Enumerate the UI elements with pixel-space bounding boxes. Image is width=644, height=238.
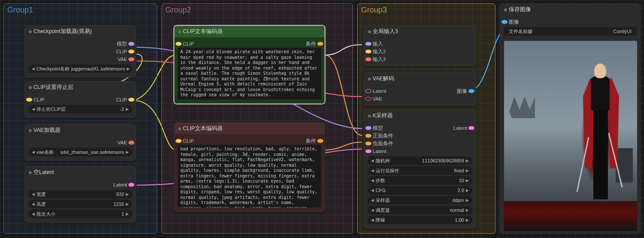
widget-scheduler[interactable]: ◀调度器normal▶ (368, 206, 472, 214)
widget-vae[interactable]: ◀ vae名称 sdxl_zhamao_vae.safetensors ▶ (28, 148, 132, 156)
node-checkpoint-loader[interactable]: Checkpoint加载器(简易) 模型 CLIP VAE ◀ Checkpoi… (24, 25, 136, 77)
node-ksampler[interactable]: K采样器 模型 Latent 正面条件 负面条件 Latent ◀随机种1110… (364, 110, 476, 229)
widget-steps[interactable]: ◀步数10▶ (368, 176, 472, 185)
group-2[interactable]: Group2 CLIP文本编码器 CLIP 条件 CLIP文本编码器 CLIP (161, 3, 353, 234)
group-3-title: Group3 (361, 6, 387, 15)
node-title: CLIP文本编码器 (174, 123, 325, 134)
node-title: 空Latent (25, 167, 136, 178)
chevron-left-icon[interactable]: ◀ (32, 67, 35, 71)
widget-seed[interactable]: ◀随机种1110623068628859▶ (368, 156, 472, 165)
node-vae-loader[interactable]: VAE加载器 VAE ◀ vae名称 sdxl_zhamao_vae.safet… (24, 124, 136, 161)
node-title: VAE解码 (364, 73, 476, 85)
group-1[interactable]: Group1 Checkpoint加载器(简易) 模型 CLIP VAE ◀ C… (3, 3, 157, 234)
widget-after[interactable]: ◀运行后操作fixed▶ (368, 166, 472, 175)
slot-in-negative[interactable]: 负面条件 (368, 140, 393, 147)
slot-in-positive[interactable]: 正面条件 (368, 133, 393, 139)
widget-batch[interactable]: ◀批次大小1▶ (28, 210, 132, 218)
node-empty-latent[interactable]: 空Latent Latent ◀宽度832▶ ◀高度1216▶ ◀批次大小1▶ (24, 166, 136, 223)
node-title: Checkpoint加载器(简易) (25, 26, 136, 37)
node-title: K采样器 (364, 110, 476, 122)
positive-prompt-textarea[interactable] (178, 48, 321, 100)
node-vae-decode[interactable]: VAE解码 Latent 图像 VAE (364, 73, 476, 106)
output-preview-image[interactable] (504, 41, 637, 231)
node-title: 保存图像 (500, 4, 640, 15)
widget-filename-prefix[interactable]: 文件名前缀 ComfyUI (504, 27, 637, 36)
node-title: CLIP文本编码器 (174, 26, 325, 37)
widget-denoise[interactable]: ◀降噪1.00▶ (368, 216, 472, 224)
node-title: CLIP设置停止层 (25, 82, 136, 93)
node-save-image[interactable]: 保存图像 图像 文件名前缀 ComfyUI (500, 3, 641, 234)
widget-cfg[interactable]: ◀CFG2.0▶ (368, 186, 472, 195)
node-clip-stop[interactable]: CLIP设置停止层 CLIP CLIP ◀ 停止在CLIP层 -2 ▶ (24, 81, 136, 118)
node-clip-encode-negative[interactable]: CLIP文本编码器 CLIP 条件 (174, 122, 325, 212)
chevron-right-icon[interactable]: ▶ (127, 67, 130, 71)
widget-width[interactable]: ◀宽度832▶ (28, 190, 132, 198)
node-title: 全局输入3 (364, 26, 476, 37)
widget-height[interactable]: ◀高度1216▶ (28, 200, 132, 208)
node-clip-encode-positive[interactable]: CLIP文本编码器 CLIP 条件 (174, 25, 325, 104)
widget-sampler[interactable]: ◀采样器ddpm▶ (368, 196, 472, 204)
group-2-title: Group2 (165, 6, 191, 15)
group-1-title: Group1 (7, 6, 33, 15)
widget-clip-stop[interactable]: ◀ 停止在CLIP层 -2 ▶ (28, 105, 132, 113)
negative-prompt-textarea[interactable] (178, 145, 321, 207)
node-title: VAE加载器 (25, 125, 136, 136)
node-global-input[interactable]: 全局输入3 输入 输入2 输入3 (364, 25, 476, 66)
group-3[interactable]: Group3 全局输入3 输入 输入2 输入3 VAE解码 Latent 图像 (357, 3, 495, 234)
widget-ckpt[interactable]: ◀ Checkpoint名称 juggernautXL.safetensors … (28, 64, 132, 73)
